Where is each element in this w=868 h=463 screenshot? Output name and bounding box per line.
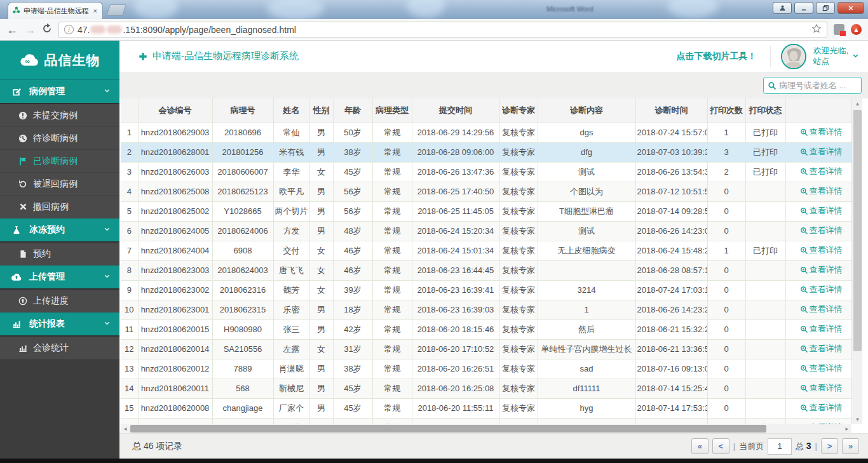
table-row[interactable]: 6hnzd2018062400520180624006方发男48岁常规2018-… [121,221,851,241]
bookmark-star-icon[interactable] [811,23,822,36]
vertical-scrollbar[interactable]: ▲ ▼ [851,98,862,424]
cell: 50岁 [333,123,372,142]
cell: 已打印 [745,162,785,182]
view-detail-link[interactable]: 查看详情 [800,205,843,217]
maximize-button[interactable] [816,2,835,14]
last-page-button[interactable]: » [842,438,859,454]
horizontal-scrollbar[interactable]: ◄ ► [121,424,851,433]
profile-button[interactable] [773,2,792,14]
view-detail-link[interactable]: 查看详情 [800,245,843,256]
table-row[interactable]: 13hnzd201806200127889肖潇晓男38岁常规2018-06-20… [121,359,851,379]
view-detail-link[interactable]: 查看详情 [800,284,843,295]
scroll-right-icon[interactable]: ► [843,424,851,433]
search-box[interactable] [763,77,862,94]
view-detail-link[interactable]: 查看详情 [800,146,843,158]
table-row[interactable]: 9hnzd201806230022018062316魏芳女39岁常规2018-0… [121,280,851,300]
extension-icon[interactable] [834,24,844,35]
table-row[interactable]: 10hnzd201806230012018062315乐密男18岁常规2018-… [121,300,851,319]
table-row[interactable]: 8hnzd2018062300320180624003唐飞飞女46岁常规2018… [121,260,851,280]
reload-icon[interactable] [42,23,52,36]
vertical-scroll-thumb[interactable] [853,110,862,351]
close-button[interactable]: ✕ [837,2,864,14]
flag-icon [18,157,28,166]
table-row[interactable]: 1hnzd2018062900320180696常仙男50岁常规2018-06-… [121,123,851,142]
view-detail-link[interactable]: 查看详情 [800,323,843,335]
view-detail-link[interactable]: 查看详情 [800,363,843,374]
menu-label: 上传管理 [29,271,65,283]
sidebar-item-3[interactable]: 已诊断病例 [0,150,119,173]
view-detail-link[interactable]: 查看详情 [800,382,843,394]
scroll-down-icon[interactable]: ▼ [852,414,863,424]
cell: 38岁 [333,142,372,162]
view-detail-link[interactable]: 查看详情 [800,225,843,236]
sidebar-item-11[interactable]: 会诊统计 [0,337,119,359]
first-page-button[interactable]: « [691,438,709,454]
sidebar-section-8[interactable]: 上传管理 [0,265,119,290]
sidebar-item-9[interactable]: 上传进度 [0,290,119,312]
chevron-down-icon[interactable] [852,51,859,62]
sidebar-item-2[interactable]: 待诊断病例 [0,127,119,150]
view-detail-link[interactable]: 查看详情 [800,126,843,138]
sidebar-item-1[interactable]: 未提交病例 [0,104,119,127]
welcome-text[interactable]: 欢迎光临, 站点 [813,46,848,67]
cell: 已打印 [745,142,785,162]
view-detail-link[interactable]: 查看详情 [800,304,843,315]
search-input[interactable] [779,81,857,90]
avatar[interactable] [781,44,806,69]
sidebar-section-10[interactable]: 统计报表 [0,312,119,337]
view-detail-link[interactable]: 查看详情 [800,166,843,177]
total-pages-value: 3 [806,441,811,451]
table-row[interactable]: 3hnzd2018062600320180606007李华女45岁常规2018-… [121,162,851,182]
table-row[interactable]: 11hnzd20180620015H9080980张三男42岁常规2018-06… [121,319,851,339]
table-row[interactable]: 15hnzd20180620008changjiage厂家个男45岁常规2018… [121,398,851,418]
download-manager-icon[interactable]: ▲ [851,24,862,35]
table-row[interactable]: 2hnzd20180628001201801256米有钱男38岁常规2018-0… [121,142,851,162]
column-header-2: 病理号 [212,98,273,123]
menu-label: 统计报表 [29,318,65,330]
sidebar-section-0[interactable]: 病例管理 [0,80,119,104]
cell: 18岁 [333,300,372,319]
next-page-button[interactable]: > [821,438,838,454]
total-pages-label: 总 [796,441,804,451]
view-detail-label: 查看详情 [810,146,843,158]
sidebar-item-4[interactable]: 被退回病例 [0,173,119,196]
table-row[interactable]: 14hnzd20180620011568靳械尼男45岁常规2018-06-20 … [121,379,851,398]
view-detail-link[interactable]: 查看详情 [800,185,843,197]
table-row[interactable]: 4hnzd2018062500820180625123欧平凡男56岁常规2018… [121,182,851,201]
cell: 男 [309,123,333,142]
cell: 2018-06-23 16:39:41 [412,280,499,300]
cell: 已打印 [745,123,785,142]
view-detail-link[interactable]: 查看详情 [800,343,843,354]
cell: 0 [707,379,745,398]
cell: 2018-07-03 10:39:33 [635,142,707,162]
cell: 常仙 [273,123,309,142]
new-tab-button[interactable] [106,4,126,16]
scroll-up-icon[interactable]: ▲ [852,98,863,109]
info-icon[interactable]: i [64,25,74,34]
sidebar-section-6[interactable]: 冰冻预约 [0,218,119,243]
download-slice-tool-link[interactable]: 点击下载切片工具！ [676,51,756,62]
view-detail-label: 查看详情 [810,402,843,413]
sidebar-item-5[interactable]: 撤回病例 [0,196,119,218]
url-bar[interactable]: i 47. .151:8090/apply/page/been_diagnose… [58,22,827,38]
horizontal-scroll-thumb[interactable] [130,425,766,433]
table-row[interactable]: 7hnzd201806240046908交付女46岁常规2018-06-24 1… [121,241,851,260]
sidebar-item-7[interactable]: 预约 [0,243,119,265]
column-header-5: 年龄 [333,98,372,123]
cell: 3 [707,142,745,162]
browser-tab[interactable]: 申请端-品信生物远程病理 × [8,2,103,19]
minimize-button[interactable] [794,2,813,14]
current-page-input[interactable] [768,438,792,455]
prev-page-button[interactable]: < [712,438,729,454]
cell: 7 [121,241,138,260]
tab-close-icon[interactable]: × [92,7,98,15]
table-row[interactable]: 5hnzd20180625002Y1028665两个切片男56岁常规2018-0… [121,201,851,221]
table-row[interactable]: 16测试常规已打印查看详情 [121,418,851,424]
table-row[interactable]: 12hnzd20180620014SA210556左露女31岁常规2018-06… [121,339,851,359]
view-detail-link[interactable]: 查看详情 [800,402,843,413]
forward-icon[interactable]: → [24,24,36,36]
cell: 李华 [273,162,309,182]
back-icon[interactable]: ← [6,24,18,36]
scroll-left-icon[interactable]: ◄ [121,424,130,433]
view-detail-link[interactable]: 查看详情 [800,264,843,276]
